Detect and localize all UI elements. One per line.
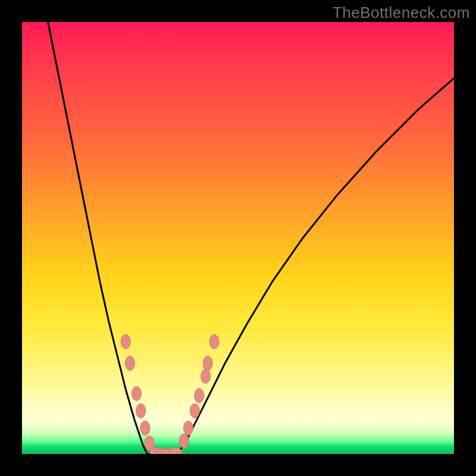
data-marker: [184, 421, 193, 435]
right-branch-curve: [177, 78, 454, 454]
data-marker: [209, 334, 219, 349]
data-marker: [121, 334, 130, 349]
chart-frame: TheBottleneck.com: [0, 0, 476, 476]
data-marker: [201, 369, 211, 383]
left-branch-curve: [48, 22, 148, 454]
data-marker: [169, 447, 182, 454]
data-marker: [179, 434, 189, 448]
data-marker: [195, 389, 204, 403]
marker-group: [121, 334, 219, 454]
plot-area: [22, 22, 454, 454]
data-marker: [203, 356, 212, 371]
watermark-text: TheBottleneck.com: [333, 4, 470, 22]
data-marker: [190, 403, 199, 418]
data-marker: [136, 403, 146, 418]
data-marker: [131, 386, 141, 400]
data-marker: [126, 356, 135, 371]
curve-layer: [22, 22, 454, 454]
data-marker: [140, 421, 150, 435]
